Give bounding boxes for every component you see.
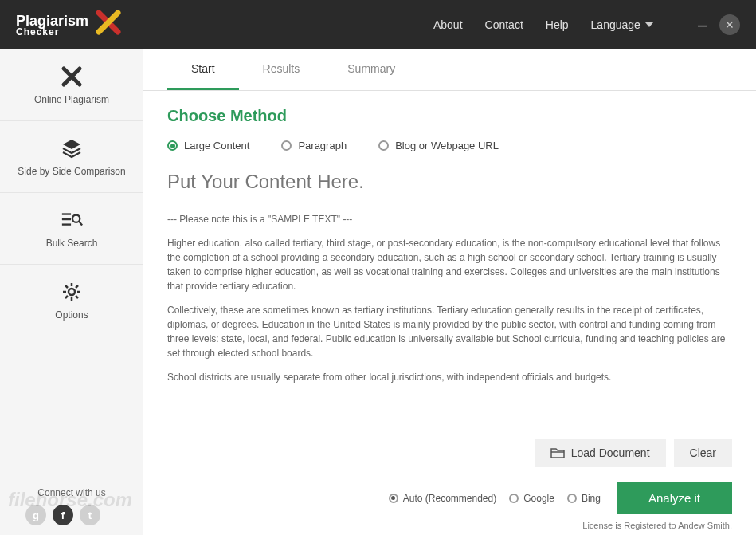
content-area: Choose Method Large Content Paragraph Bl…	[143, 91, 756, 431]
radio-dot-icon	[567, 494, 577, 503]
analyze-button[interactable]: Analyze it	[617, 482, 732, 514]
close-button[interactable]: ✕	[719, 14, 740, 35]
sidebar: Online Plagiarism Side by Side Compariso…	[0, 49, 143, 535]
content-heading: Put Your Content Here.	[167, 171, 732, 193]
top-nav: About Contact Help Language – ✕	[433, 14, 740, 35]
sidebar-item-label: Options	[55, 309, 88, 321]
radio-label: Large Content	[184, 140, 249, 151]
svg-line-11	[76, 296, 78, 298]
tab-results[interactable]: Results	[239, 49, 324, 90]
tabs-bar: Start Results Summary	[143, 49, 756, 91]
svg-line-12	[76, 285, 78, 288]
engine-radio-group: Auto (Recommended) Google Bing	[389, 493, 601, 504]
sidebar-item-online-plagiarism[interactable]: Online Plagiarism	[0, 49, 143, 121]
svg-point-3	[72, 214, 80, 222]
window-controls: – ✕	[691, 14, 740, 35]
engine-auto[interactable]: Auto (Recommended)	[389, 493, 496, 504]
method-radio-group: Large Content Paragraph Blog or Webpage …	[167, 140, 732, 163]
sidebar-item-options[interactable]: Options	[0, 265, 143, 336]
sample-para: School districts are usually separate fr…	[167, 370, 732, 384]
radio-dot-icon	[378, 140, 389, 151]
sidebar-item-side-by-side[interactable]: Side by Side Comparison	[0, 121, 143, 193]
bottom-bar: Auto (Recommended) Google Bing Analyze i…	[143, 475, 756, 517]
content-text-area[interactable]: --- Please note this is a "SAMPLE TEXT" …	[167, 212, 732, 394]
license-text: License is Registered to Andew Smith.	[143, 517, 756, 535]
connect-section: Connect with us filehorse.com g f t	[0, 478, 143, 535]
nav-language[interactable]: Language	[591, 18, 653, 31]
layers-icon	[61, 137, 83, 159]
engine-bing[interactable]: Bing	[567, 493, 601, 504]
nav-help[interactable]: Help	[546, 18, 569, 31]
titlebar: Plagiarism Checker About Contact Help La…	[0, 0, 756, 49]
tab-summary[interactable]: Summary	[323, 49, 419, 90]
folder-icon	[550, 447, 565, 458]
radio-dot-icon	[167, 140, 178, 151]
sidebar-item-label: Side by Side Comparison	[18, 166, 125, 177]
sidebar-item-label: Online Plagiarism	[34, 94, 109, 105]
engine-label: Auto (Recommended)	[403, 493, 496, 504]
svg-line-10	[65, 285, 68, 288]
load-document-button[interactable]: Load Document	[535, 439, 666, 467]
radio-paragraph[interactable]: Paragraph	[281, 140, 347, 151]
main-panel: Start Results Summary Choose Method Larg…	[143, 49, 756, 535]
engine-label: Bing	[582, 493, 601, 504]
svg-line-4	[79, 221, 82, 225]
clear-label: Clear	[690, 446, 716, 459]
radio-blog-url[interactable]: Blog or Webpage URL	[378, 140, 499, 151]
watermark-text: filehorse.com	[8, 489, 132, 511]
sidebar-item-bulk-search[interactable]: Bulk Search	[0, 193, 143, 265]
engine-google[interactable]: Google	[509, 493, 554, 504]
document-action-row: Load Document Clear	[143, 431, 756, 475]
engine-label: Google	[523, 493, 554, 504]
nav-contact[interactable]: Contact	[485, 18, 523, 31]
radio-dot-icon	[281, 140, 292, 151]
sample-para: Higher education, also called tertiary, …	[167, 236, 732, 293]
list-search-icon	[61, 209, 83, 231]
x-icon	[61, 65, 83, 88]
app-logo: Plagiarism Checker	[16, 9, 122, 41]
sample-note: --- Please note this is a "SAMPLE TEXT" …	[167, 212, 732, 226]
logo-x-icon	[95, 9, 122, 41]
tab-start[interactable]: Start	[167, 49, 239, 90]
gear-icon	[61, 281, 83, 303]
sidebar-item-label: Bulk Search	[46, 238, 98, 249]
radio-label: Paragraph	[298, 140, 347, 151]
chevron-down-icon	[645, 22, 653, 27]
radio-dot-icon	[389, 494, 398, 503]
load-document-label: Load Document	[571, 446, 650, 459]
svg-line-13	[65, 296, 68, 298]
radio-large-content[interactable]: Large Content	[167, 140, 249, 151]
sample-para: Collectively, these are sometimes known …	[167, 303, 732, 360]
nav-about[interactable]: About	[433, 18, 463, 31]
radio-label: Blog or Webpage URL	[395, 140, 499, 151]
choose-method-title: Choose Method	[167, 107, 732, 125]
minimize-button[interactable]: –	[691, 16, 713, 34]
radio-dot-icon	[509, 494, 519, 503]
svg-point-5	[69, 289, 75, 295]
nav-language-label: Language	[591, 18, 640, 31]
clear-button[interactable]: Clear	[674, 439, 732, 467]
